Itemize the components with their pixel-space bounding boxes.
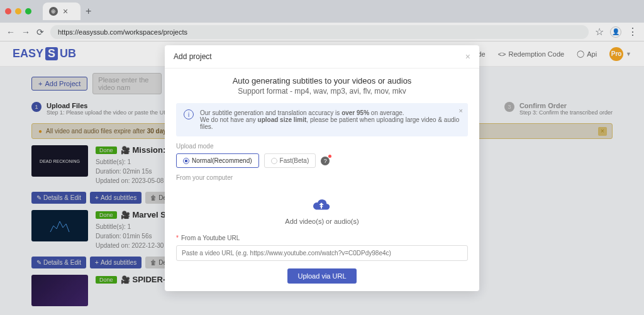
radio-icon: [271, 158, 277, 164]
info-banner: i Our subtitle generation and translatio…: [176, 103, 468, 136]
upload-via-url-button[interactable]: Upload via URL: [287, 268, 356, 284]
modal-close-button[interactable]: ×: [465, 52, 470, 62]
upload-dropzone[interactable]: Add video(s) or audio(s): [176, 185, 468, 235]
upload-text: Add video(s) or audio(s): [176, 218, 468, 225]
help-icon[interactable]: ?: [321, 157, 330, 165]
modal-subheading: Support format - mp4, wav, mp3, avi, flv…: [176, 87, 468, 96]
modal-overlay[interactable]: Add project × Auto generating subtitles …: [0, 0, 644, 315]
from-computer-label: From your computer: [176, 174, 468, 181]
modal-heading: Auto generating subtitles to your videos…: [176, 76, 468, 86]
cloud-upload-icon: [313, 197, 331, 214]
notification-dot: [328, 155, 331, 158]
info-close-button[interactable]: ×: [459, 107, 463, 114]
youtube-url-input[interactable]: [176, 245, 468, 261]
upload-mode-normal[interactable]: Normal(Recommend): [176, 153, 259, 168]
from-url-label: *From a Youtube URL: [176, 235, 468, 241]
radio-icon: [183, 158, 189, 164]
upload-mode-fast[interactable]: Fast(Beta): [264, 153, 316, 168]
modal-title: Add project: [174, 52, 212, 61]
info-icon: i: [184, 109, 194, 119]
upload-mode-label: Upload mode: [176, 143, 468, 150]
add-project-modal: Add project × Auto generating subtitles …: [165, 45, 479, 291]
